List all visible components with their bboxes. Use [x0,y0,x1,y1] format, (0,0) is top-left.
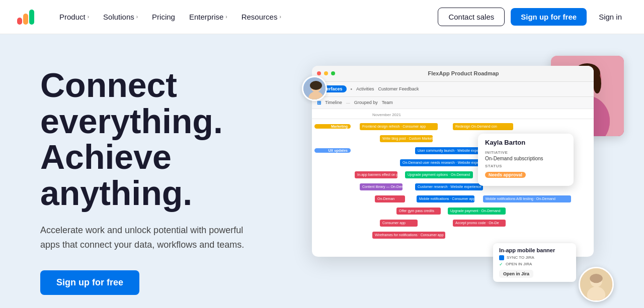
gantt-row-10: Wireframes for notifications · Consumer … [352,230,594,241]
initiative-label: INITIATIVE [485,150,567,155]
jira-open-label: OPEN IN JIRA [506,262,532,266]
gantt-bar: Accept promo code · On-De [453,220,506,227]
chevron-down-icon: › [88,14,89,20]
initiative-value: On-Demand subscriptions [485,156,567,161]
gantt-bar: Upgrade payment options · On-Demand [405,171,473,178]
svg-point-10 [593,73,601,93]
nav-item-enterprise[interactable]: Enterprise › [183,9,233,25]
signin-button[interactable]: Sign in [593,8,628,26]
nav-item-solutions[interactable]: Solutions › [97,9,144,25]
chevron-down-icon: › [225,14,227,20]
window-close-dot [317,71,321,75]
signup-nav-button[interactable]: Sign up for free [511,8,587,26]
contact-sales-button[interactable]: Contact sales [438,8,505,26]
gantt-bar: Mobile notifications · Consumer app [417,195,474,202]
logo[interactable] [16,8,35,27]
gantt-bar: Frontend design refresh · Consumer app [360,123,438,130]
svg-rect-2 [29,10,34,25]
dashboard-topbar: FlexApp Product Roadmap [312,66,594,82]
hero-content: Connect everything. Achieve anything. Ac… [40,67,302,294]
gantt-bar: Wireframes for notifications · Consumer … [372,232,445,239]
jira-title: In-app mobile banner [499,247,570,253]
status-label: STATUS [485,164,567,168]
gantt-bar: On-Deman [375,195,405,202]
navigation: Product › Solutions › Pricing Enterprise… [0,0,644,34]
nav-links: Product › Solutions › Pricing Enterprise… [53,9,438,25]
svg-rect-1 [23,14,28,25]
timeline-header: ⊞ Timeline — Grouped by Team [312,97,594,109]
gantt-bar: Content library — On-Dem [360,183,403,190]
svg-point-15 [310,81,322,90]
nav-actions: Contact sales Sign up for free Sign in [438,8,628,26]
svg-point-19 [590,273,603,282]
nav-item-pricing[interactable]: Pricing [146,9,181,25]
hero-section: Connect everything. Achieve anything. Ac… [0,34,644,308]
tab-customer-feedback[interactable]: Customer Feedback [378,86,419,91]
nav-item-product[interactable]: Product › [53,9,95,25]
signup-hero-button[interactable]: Sign up for free [40,270,139,295]
jira-icon [499,255,504,260]
gantt-bar: Upgrade payment · On-Demand [448,208,506,215]
group-by-label: Grouped by [354,100,378,105]
chevron-down-icon: › [279,14,281,20]
group-by-value: Team [382,100,393,105]
initiative-row: INITIATIVE On-Demand subscriptions [485,150,567,161]
dashboard-title: FlexApp Product Roadmap [338,70,589,76]
tab-activities[interactable]: Activities [356,86,374,91]
checkmark-icon: ✓ [499,262,503,267]
chevron-down-icon: › [136,14,138,20]
gantt-month: November 2021 [372,113,401,117]
gantt-bar: Write blog post · Custom Marketing [380,135,433,142]
gantt-row-9: Consumer app Accept promo code · On-De [352,218,594,229]
open-in-jira-button[interactable]: Open in Jira [499,270,533,278]
person-name: Kayla Barton [485,139,567,146]
svg-rect-0 [17,18,22,25]
window-maximize-dot [331,71,335,75]
gantt-bar: Offer gym pass credits [396,208,441,215]
gantt-row-8: Offer gym pass credits Upgrade payment ·… [352,206,594,217]
window-minimize-dot [324,71,328,75]
gantt-label-marketing: Marketing [314,124,351,129]
hero-illustration: Kayla Barton INITIATIVE On-Demand subscr… [312,56,614,307]
hero-title: Connect everything. Achieve anything. [40,67,302,211]
gantt-bar: Customer research · Website experience [415,183,483,190]
status-badge: Needs approval [485,172,526,178]
avatar-bottom [579,267,614,302]
jira-sync-row: SYNC TO JIRA [499,255,570,260]
jira-popup: In-app mobile banner SYNC TO JIRA ✓ OPEN… [493,243,576,282]
jira-sync-label: SYNC TO JIRA [507,255,534,260]
info-popup: Kayla Barton INITIATIVE On-Demand subscr… [478,134,574,186]
gantt-bar: In-app banners effect on pr [355,171,397,178]
gantt-row-7: On-Deman Mobile notifications · Consumer… [352,193,594,204]
gantt-bar: Redesign On-Demand con [453,123,513,130]
status-row: STATUS Needs approval [485,164,567,178]
gantt-label-ux: UX updates [314,148,351,153]
hero-subtitle: Accelerate work and unlock potential wit… [40,223,257,252]
gantt-bar: Mobile notifications A/B testing · On-De… [483,195,571,202]
gantt-bar: Consumer app [380,220,418,227]
timeline-label: Timeline [325,100,342,105]
avatar-gantt [302,76,327,101]
dashboard-tabs: Interfaces • Activities Customer Feedbac… [312,82,594,97]
gantt-row-marketing: Marketing Frontend design refresh · Cons… [352,121,594,132]
jira-open-row: ✓ OPEN IN JIRA [499,262,570,267]
nav-item-resources[interactable]: Resources › [235,9,287,25]
